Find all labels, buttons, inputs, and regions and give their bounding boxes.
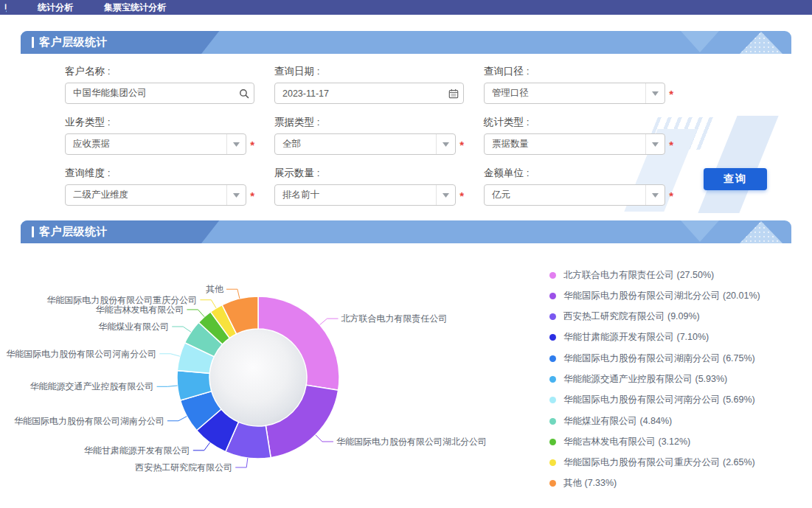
required-asterisk: *	[459, 139, 464, 151]
legend-dot-icon	[549, 376, 556, 383]
tab-statistics-analysis[interactable]: 统计分析	[38, 1, 73, 14]
legend-label: 华能吉林发电有限公司 (3.12%)	[563, 436, 690, 448]
legend-item[interactable]: 华能吉林发电有限公司 (3.12%)	[549, 437, 760, 446]
legend-dot-icon	[549, 397, 556, 403]
legend-dot-icon	[549, 313, 556, 320]
business-type-input[interactable]: 应收票据	[65, 133, 246, 155]
calendar-icon[interactable]	[444, 83, 463, 103]
statistics-type-input[interactable]: 票据数量	[484, 133, 665, 155]
customer-name-value: 中国华能集团公司	[66, 87, 235, 100]
chevron-down-icon[interactable]	[436, 185, 455, 205]
clipped-nav-item[interactable]: 刂	[1, 1, 7, 14]
field-query-dimension: 查询维度 :二级产业维度*	[65, 167, 254, 206]
field-display-count: 展示数量 :排名前十*	[274, 167, 464, 206]
customer-name-input[interactable]: 中国华能集团公司	[65, 83, 254, 104]
query-dimension-input[interactable]: 二级产业维度	[65, 184, 246, 206]
header-dotted-triangle-decor	[740, 221, 782, 243]
chevron-down-icon[interactable]	[645, 185, 664, 205]
required-asterisk: *	[669, 139, 673, 151]
field-statistics-type: 统计类型 :票据数量*	[484, 116, 673, 155]
query-date-input[interactable]: 2023-11-17	[274, 83, 464, 104]
chevron-down-icon[interactable]	[645, 134, 664, 154]
legend-item[interactable]: 华能煤业有限公司 (4.84%)	[549, 417, 760, 425]
callout-line	[200, 300, 216, 308]
callout-line	[226, 289, 240, 299]
callout-line	[316, 435, 333, 442]
slice-label: 西安热工研究院有限公司	[135, 462, 232, 473]
amount-unit-input[interactable]: 亿元	[484, 184, 665, 206]
field-business-type: 业务类型 :应收票据*	[65, 116, 254, 155]
slice-label: 华能煤业有限公司	[98, 321, 169, 332]
business-type-label: 业务类型 :	[65, 116, 254, 129]
legend-item[interactable]: 华能能源交通产业控股有限公司 (5.93%)	[549, 375, 760, 383]
slice-label: 华能国际电力股份有限公司河南分公司	[6, 349, 156, 359]
chart-section-header: 客户层级统计	[21, 220, 791, 243]
header-dotted-triangle-decor	[740, 32, 782, 54]
bill-type-input[interactable]: 全部	[274, 133, 456, 155]
field-customer-name: 客户名称 :中国华能集团公司	[65, 65, 254, 104]
search-icon[interactable]	[235, 83, 254, 103]
chevron-down-icon[interactable]	[226, 185, 246, 205]
slice-label: 其他	[206, 284, 224, 294]
query-date-value: 2023-11-17	[275, 88, 444, 99]
filter-section-title: 客户层级统计	[32, 31, 108, 54]
slice-label: 华能国际电力股份有限公司重庆分公司	[46, 295, 197, 305]
bill-type-label: 票据类型 :	[274, 116, 464, 129]
slice-label: 华能能源交通产业控股有限公司	[30, 381, 154, 392]
amount-unit-label: 金额单位 :	[484, 167, 673, 180]
required-asterisk: *	[669, 189, 673, 202]
legend-item[interactable]: 华能甘肃能源开发有限公司 (7.10%)	[549, 333, 760, 342]
chevron-down-icon[interactable]	[436, 134, 455, 154]
legend-dot-icon	[549, 459, 556, 466]
required-asterisk: *	[669, 88, 673, 100]
legend-label: 其他 (7.33%)	[563, 477, 617, 490]
legend-dot-icon	[549, 480, 556, 487]
display-count-value: 排名前十	[275, 189, 436, 201]
filter-grid: 客户名称 :中国华能集团公司查询日期 :2023-11-17查询口径 :管理口径…	[65, 65, 791, 206]
required-asterisk: *	[250, 139, 254, 151]
slice-label: 华能国际电力股份有限公司湖北分公司	[336, 436, 487, 447]
title-bar-icon	[32, 37, 34, 48]
required-asterisk: *	[250, 189, 254, 202]
callout-line	[159, 354, 180, 356]
filter-form: 客户名称 :中国华能集团公司查询日期 :2023-11-17查询口径 :管理口径…	[21, 54, 791, 216]
legend-item[interactable]: 北方联合电力有限责任公司 (27.50%)	[549, 271, 760, 279]
legend-label: 华能国际电力股份有限公司河南分公司 (5.69%)	[563, 394, 755, 406]
legend-label: 华能国际电力股份有限公司湖北分公司 (20.01%)	[563, 290, 760, 302]
query-caliber-input[interactable]: 管理口径	[484, 83, 665, 104]
legend-item[interactable]: 华能国际电力股份有限公司河南分公司 (5.69%)	[549, 396, 760, 405]
legend-item[interactable]: 其他 (7.33%)	[549, 479, 760, 488]
chart-legend: 北方联合电力有限责任公司 (27.50%)华能国际电力股份有限公司湖北分公司 (…	[549, 271, 760, 500]
legend-label: 华能国际电力股份有限公司重庆分公司 (2.65%)	[563, 456, 755, 469]
legend-label: 北方联合电力有限责任公司 (27.50%)	[563, 269, 714, 282]
legend-item[interactable]: 华能国际电力股份有限公司湖南分公司 (6.75%)	[549, 354, 760, 363]
callout-line	[157, 386, 178, 386]
field-query-date: 查询日期 :2023-11-17	[274, 65, 464, 104]
display-count-input[interactable]: 排名前十	[274, 184, 456, 206]
bill-type-value: 全部	[275, 138, 436, 150]
query-button[interactable]: 查询	[704, 168, 767, 190]
legend-label: 华能甘肃能源开发有限公司 (7.10%)	[563, 331, 709, 344]
top-nav: 刂 统计分析 集票宝统计分析	[0, 0, 812, 15]
legend-dot-icon	[549, 293, 556, 299]
header-triangle-decor	[681, 220, 719, 242]
callout-line	[320, 319, 339, 324]
legend-item[interactable]: 华能国际电力股份有限公司湖北分公司 (20.01%)	[549, 291, 760, 300]
tab-jipiaobao-statistics[interactable]: 集票宝统计分析	[104, 1, 166, 14]
filter-section-header: 客户层级统计	[21, 31, 791, 54]
callout-line	[167, 417, 187, 421]
legend-label: 华能国际电力股份有限公司湖南分公司 (6.75%)	[563, 352, 755, 365]
legend-item[interactable]: 华能国际电力股份有限公司重庆分公司 (2.65%)	[549, 459, 760, 467]
query-caliber-label: 查询口径 :	[484, 65, 673, 78]
chart-area: 北方联合电力有限责任公司华能国际电力股份有限公司湖北分公司西安热工研究院有限公司…	[0, 243, 812, 508]
header-triangle-decor	[681, 31, 719, 52]
callout-line	[235, 458, 248, 467]
legend-dot-icon	[549, 272, 556, 279]
title-bar-icon	[32, 226, 34, 237]
chevron-down-icon[interactable]	[226, 134, 246, 154]
callout-line	[172, 327, 191, 332]
chevron-down-icon[interactable]	[645, 83, 664, 103]
required-asterisk: *	[459, 189, 464, 202]
legend-item[interactable]: 西安热工研究院有限公司 (9.09%)	[549, 313, 760, 321]
slice-label: 北方联合电力有限责任公司	[341, 313, 448, 324]
